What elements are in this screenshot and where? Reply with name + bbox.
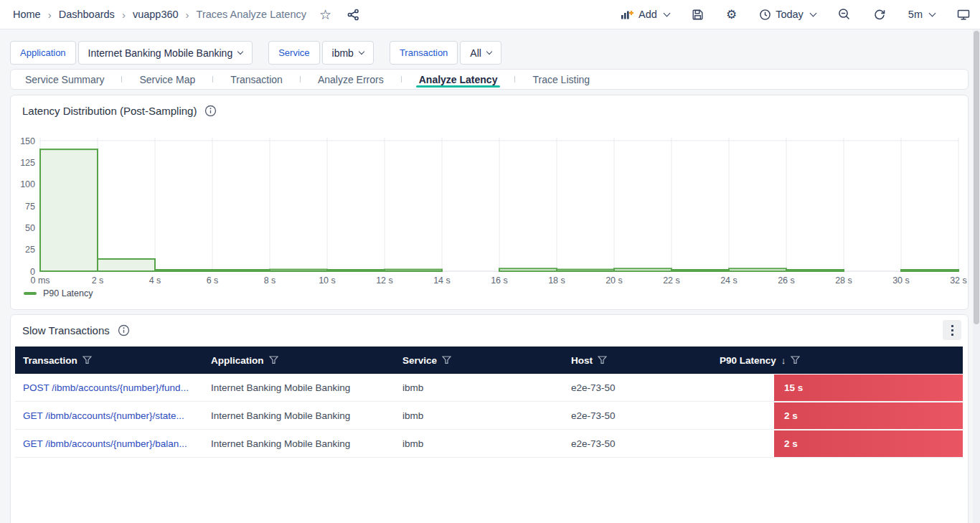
chevron-down-icon [359,48,364,54]
refresh-interval-select[interactable]: 5m [908,9,935,20]
svg-text:0: 0 [30,267,35,277]
breadcrumb-dashboards[interactable]: Dashboards [59,9,115,20]
p90-latency-cell: 2 s [714,430,963,457]
p90-latency-cell: 2 s [714,402,963,429]
svg-text:2 s: 2 s [92,275,104,286]
svg-text:150: 150 [20,136,35,146]
latency-histogram: 0 ms2 s4 s6 s8 s10 s12 s14 s16 s18 s20 s… [11,95,968,288]
table-header-row: Transaction Application Service Host P90… [15,347,963,374]
application-filter-value: Internet Banking Mobile Banking [88,47,233,59]
svg-text:28 s: 28 s [835,275,852,286]
tab-analyze-latency[interactable]: Analyze Latency [409,70,508,89]
transaction-filter-label: Transaction [390,41,458,65]
application-filter-select[interactable]: Internet Banking Mobile Banking [78,41,253,65]
svg-text:12 s: 12 s [376,275,393,286]
tab-service-summary[interactable]: Service Summary [15,70,114,89]
chevron-down-icon [486,48,492,54]
transaction-filter-select[interactable]: All [460,41,501,65]
tab-transaction[interactable]: Transaction [220,70,293,89]
info-icon[interactable] [118,324,130,336]
svg-text:14 s: 14 s [433,275,451,286]
share-icon[interactable] [347,9,359,21]
filter-funnel-icon[interactable] [598,356,607,364]
panel-menu-kebab-icon[interactable] [943,320,961,340]
legend-item-p90-latency[interactable]: P90 Latency [24,288,93,298]
gear-icon: ⚙ [726,9,737,21]
svg-text:10 s: 10 s [319,275,336,286]
slow-transactions-panel: Slow Transactions Transaction Applicatio… [10,314,969,523]
svg-text:75: 75 [25,202,35,212]
add-panel-button[interactable]: Add [621,9,669,20]
column-header-service[interactable]: Service [397,347,565,374]
tv-mode-button[interactable] [957,9,970,21]
column-header-p90-latency[interactable]: P90 Latency ↓ [714,347,963,374]
page-scrollbar-thumb[interactable] [974,31,979,324]
service-cell: ibmb [397,402,565,429]
filter-funnel-icon[interactable] [791,356,800,364]
host-cell: e2e-73-50 [565,374,714,401]
transaction-link[interactable]: GET /ibmb/accounts/{number}/balan... [23,438,187,449]
transaction-link[interactable]: GET /ibmb/accounts/{number}/state... [23,410,184,421]
table-row: GET /ibmb/accounts/{number}/balan... Int… [15,430,963,458]
service-cell: ibmb [397,374,565,401]
breadcrumb-separator: › [186,9,189,21]
svg-text:24 s: 24 s [720,275,738,286]
column-header-host[interactable]: Host [565,347,714,374]
application-cell: Internet Banking Mobile Banking [205,374,397,401]
settings-button[interactable]: ⚙ [726,9,737,21]
tab-service-map[interactable]: Service Map [129,70,205,89]
svg-text:125: 125 [20,158,35,168]
page-scrollbar-track [973,29,980,523]
filter-bar: Application Internet Banking Mobile Bank… [10,41,501,65]
top-bar: Home › Dashboards › vuapp360 › Traces An… [0,0,980,29]
filter-funnel-icon[interactable] [269,356,278,364]
service-filter-select[interactable]: ibmb [322,41,374,65]
breadcrumb-separator: › [48,9,52,21]
refresh-button[interactable] [873,8,886,21]
breadcrumb-current-page: Traces Analyze Latency [197,9,306,20]
latency-distribution-panel: Latency Distribution (Post-Sampling) 0 m… [10,95,969,310]
sort-descending-icon[interactable]: ↓ [781,355,786,366]
add-label: Add [639,9,657,20]
slow-transactions-title: Slow Transactions [22,324,110,336]
filter-funnel-icon[interactable] [442,356,451,364]
host-cell: e2e-73-50 [565,402,714,429]
transaction-link[interactable]: POST /ibmb/accounts/{number}/fund... [23,382,189,393]
table-row: GET /ibmb/accounts/{number}/state... Int… [15,402,963,430]
service-filter-label: Service [268,41,319,65]
breadcrumb: Home › Dashboards › vuapp360 › Traces An… [13,9,306,21]
column-label: P90 Latency [720,355,776,366]
svg-text:16 s: 16 s [491,275,508,286]
chevron-down-icon [237,48,243,54]
toolbar: Add ⚙ Today [621,8,970,21]
slow-transactions-table: Transaction Application Service Host P90… [15,347,963,458]
breadcrumb-separator: › [122,9,126,21]
tab-analyze-errors[interactable]: Analyze Errors [308,70,394,89]
breadcrumb-vuapp360[interactable]: vuapp360 [133,9,179,20]
clock-icon [759,9,771,21]
column-header-application[interactable]: Application [205,347,397,374]
svg-text:50: 50 [25,223,35,233]
application-filter-label: Application [10,41,76,65]
time-range-picker[interactable]: Today [759,9,816,21]
svg-text:26 s: 26 s [778,275,795,286]
legend-swatch [24,292,37,295]
column-label: Transaction [23,355,77,366]
zoom-out-button[interactable] [838,8,851,21]
favorite-star-icon[interactable]: ☆ [319,8,331,22]
latency-badge: 2 s [774,402,963,429]
host-cell: e2e-73-50 [565,430,714,457]
tab-separator [300,76,301,83]
svg-text:6 s: 6 s [207,275,219,286]
tab-trace-listing[interactable]: Trace Listing [522,70,600,89]
svg-text:18 s: 18 s [548,275,565,286]
filter-funnel-icon[interactable] [83,356,92,364]
breadcrumb-home[interactable]: Home [13,9,41,20]
table-row: POST /ibmb/accounts/{number}/fund... Int… [15,374,963,402]
save-button[interactable] [692,9,704,21]
svg-text:0 ms: 0 ms [30,275,50,286]
view-tabs: Service Summary Service Map Transaction … [10,69,969,90]
refresh-interval-label: 5m [908,9,923,20]
column-header-transaction[interactable]: Transaction [15,347,205,374]
latency-badge: 2 s [774,430,963,457]
